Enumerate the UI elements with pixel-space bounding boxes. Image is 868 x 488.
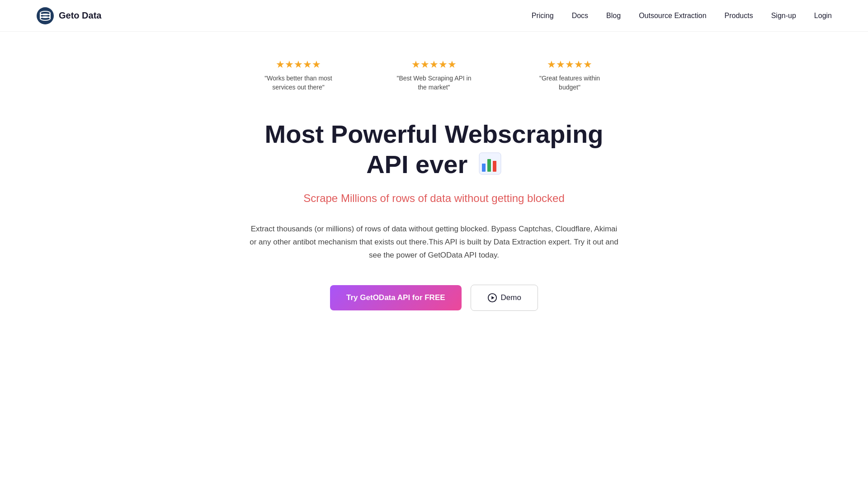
review-text-2: "Best Web Scraping API in the market" xyxy=(393,74,475,92)
logo-icon xyxy=(36,7,54,25)
review-item-3: ★★★★★ "Great features within budget" xyxy=(529,59,610,92)
stars-2: ★★★★★ xyxy=(411,59,457,70)
nav-links: Pricing Docs Blog Outsource Extraction P… xyxy=(532,12,832,20)
stars-1: ★★★★★ xyxy=(276,59,321,70)
demo-label: Demo xyxy=(501,293,521,302)
logo-link[interactable]: Geto Data xyxy=(36,7,101,25)
nav-blog[interactable]: Blog xyxy=(606,12,621,19)
brand-name: Geto Data xyxy=(59,10,101,21)
play-icon xyxy=(487,293,497,303)
hero-section: Most Powerful Webscraping API ever Scrap… xyxy=(231,119,637,311)
main-content: ★★★★★ "Works better than most services o… xyxy=(0,32,868,311)
stars-3: ★★★★★ xyxy=(547,59,592,70)
svg-rect-8 xyxy=(487,159,491,172)
navbar: Geto Data Pricing Docs Blog Outsource Ex… xyxy=(0,0,868,32)
hero-description: Extract thousands (or millions) of rows … xyxy=(249,223,619,262)
reviews-section: ★★★★★ "Works better than most services o… xyxy=(258,59,610,92)
button-group: Try GetOData API for FREE Demo xyxy=(249,285,619,311)
svg-point-0 xyxy=(37,7,54,24)
hero-subtitle: Scrape Millions of rows of data without … xyxy=(249,192,619,205)
nav-pricing[interactable]: Pricing xyxy=(532,12,554,19)
nav-signup[interactable]: Sign-up xyxy=(771,12,796,19)
review-text-1: "Works better than most services out the… xyxy=(258,74,339,92)
nav-login[interactable]: Login xyxy=(814,12,832,19)
review-item-1: ★★★★★ "Works better than most services o… xyxy=(258,59,339,92)
hero-title: Most Powerful Webscraping API ever xyxy=(249,119,619,181)
cta-primary-button[interactable]: Try GetOData API for FREE xyxy=(330,285,462,310)
review-text-3: "Great features within budget" xyxy=(529,74,610,92)
review-item-2: ★★★★★ "Best Web Scraping API in the mark… xyxy=(393,59,475,92)
svg-rect-7 xyxy=(482,164,486,172)
cta-demo-button[interactable]: Demo xyxy=(471,285,538,311)
svg-marker-11 xyxy=(491,296,494,299)
chart-icon xyxy=(478,154,502,180)
nav-docs[interactable]: Docs xyxy=(572,12,588,19)
svg-rect-9 xyxy=(493,161,496,172)
nav-products[interactable]: Products xyxy=(725,12,753,19)
nav-outsource[interactable]: Outsource Extraction xyxy=(639,12,706,19)
